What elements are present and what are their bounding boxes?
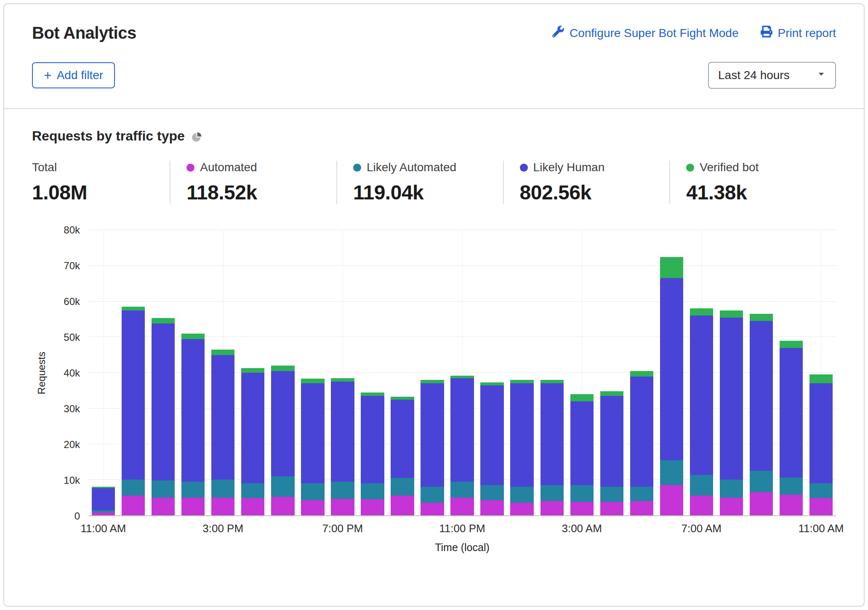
segment-likely-human (181, 339, 205, 482)
print-link-label: Print report (778, 27, 836, 40)
segment-likely-automated (720, 480, 743, 497)
segment-verified-bot (690, 308, 713, 316)
segment-likely-automated (660, 460, 683, 485)
stat-value: 1.08M (32, 181, 170, 204)
time-range-select[interactable]: Last 24 hours (708, 62, 836, 89)
y-axis-title: Requests (36, 352, 48, 394)
bar-5-4-00-pm[interactable] (238, 230, 268, 515)
y-tick-label: 70k (64, 260, 80, 272)
segment-likely-automated (211, 480, 234, 497)
bar-10-9-00-pm[interactable] (387, 230, 417, 515)
bar-13-12-00-am[interactable] (477, 230, 507, 515)
legend-dot-likely-human (520, 164, 528, 172)
configure-super-bot-fight-mode-link[interactable]: Configure Super Bot Fight Mode (552, 26, 739, 40)
segment-verified-bot (421, 380, 444, 383)
segment-likely-automated (421, 487, 444, 502)
plus-icon: + (44, 71, 52, 80)
segment-verified-bot (630, 371, 653, 377)
bar-12-11-00-pm[interactable] (447, 230, 477, 515)
segment-automated (480, 500, 503, 515)
bar-24-11-00-am[interactable] (806, 230, 836, 515)
bar-16-3-00-am[interactable] (567, 230, 597, 515)
segment-verified-bot (510, 380, 533, 383)
bar-23-10-00-am[interactable] (776, 230, 806, 515)
x-tick-label: 11:00 PM (439, 522, 485, 535)
segment-verified-bot (181, 334, 205, 339)
bar-22-9-00-am[interactable] (746, 230, 776, 515)
bar-6-5-00-pm[interactable] (268, 230, 298, 515)
segment-automated (660, 485, 683, 515)
segment-verified-bot (600, 391, 623, 396)
segment-automated (809, 498, 833, 515)
time-range-value: Last 24 hours (718, 69, 790, 82)
bar-15-2-00-am[interactable] (537, 230, 567, 515)
x-axis-title: Time (local) (88, 537, 836, 556)
y-tick-label: 10k (64, 475, 80, 486)
segment-likely-human (152, 324, 175, 480)
chevron-down-icon (815, 68, 828, 83)
segment-likely-automated (301, 483, 324, 500)
segment-automated (450, 498, 474, 515)
segment-automated (271, 497, 294, 515)
segment-likely-human (660, 278, 683, 460)
segment-automated (510, 503, 533, 516)
requests-chart: Requests 010k20k30k40k50k60k70k80k 11:00… (32, 230, 836, 556)
bar-0-11-00-am[interactable] (88, 230, 118, 515)
stat-likely-automated[interactable]: Likely Automated119.04k (336, 161, 503, 204)
y-tick-label: 20k (64, 439, 80, 451)
segment-likely-human (421, 383, 444, 487)
bar-20-7-00-am[interactable] (687, 230, 716, 515)
chart-section: Requests by traffic type Total1.08MAutom… (4, 108, 864, 567)
x-tick-label: 3:00 AM (562, 522, 602, 535)
add-filter-button[interactable]: + Add filter (32, 62, 115, 88)
segment-likely-automated (450, 482, 474, 498)
bot-analytics-card: Bot Analytics Configure Super Bot Fight … (3, 3, 865, 607)
stat-verified-bot[interactable]: Verified bot41.38k (669, 161, 836, 204)
y-axis-labels: 010k20k30k40k50k60k70k80k (51, 230, 88, 516)
segment-likely-automated (690, 475, 713, 496)
y-tick-label: 50k (64, 332, 80, 343)
bar-2-1-00-pm[interactable] (148, 230, 178, 515)
segment-automated (750, 492, 773, 515)
legend-dot-likely-automated (353, 164, 361, 172)
bar-1-12-00-pm[interactable] (118, 230, 148, 515)
segment-automated (181, 498, 205, 515)
segment-likely-human (750, 321, 773, 471)
segment-automated (241, 498, 264, 515)
bar-8-7-00-pm[interactable] (327, 230, 357, 515)
segment-likely-human (301, 383, 324, 483)
bar-11-10-00-pm[interactable] (418, 230, 447, 515)
segment-automated (391, 496, 414, 515)
stat-total[interactable]: Total1.08M (32, 161, 170, 204)
bar-21-8-00-am[interactable] (716, 230, 746, 515)
bar-17-4-00-am[interactable] (597, 230, 627, 515)
stat-value: 118.52k (186, 181, 336, 204)
page-title: Bot Analytics (32, 24, 136, 42)
segment-verified-bot (211, 350, 234, 355)
stat-likely-human[interactable]: Likely Human802.56k (503, 161, 670, 204)
print-report-link[interactable]: Print report (761, 26, 836, 40)
bar-19-6-00-am[interactable] (657, 230, 687, 515)
segment-likely-automated (271, 476, 294, 497)
bar-4-3-00-pm[interactable] (208, 230, 238, 515)
bar-9-8-00-pm[interactable] (357, 230, 387, 515)
stat-automated[interactable]: Automated118.52k (170, 161, 336, 204)
segment-verified-bot (122, 307, 145, 310)
segment-verified-bot (541, 380, 564, 383)
segment-likely-automated (750, 471, 773, 492)
pie-chart-icon (191, 130, 202, 143)
bar-18-5-00-am[interactable] (627, 230, 657, 515)
segment-likely-human (780, 348, 803, 477)
bar-14-1-00-am[interactable] (507, 230, 537, 515)
segment-verified-bot (391, 397, 414, 400)
bar-7-6-00-pm[interactable] (298, 230, 327, 515)
segment-automated (361, 499, 384, 515)
segment-likely-human (331, 382, 354, 481)
segment-automated (600, 502, 623, 515)
x-tick-label: 7:00 PM (322, 522, 363, 535)
segment-likely-human (271, 371, 294, 476)
bar-3-2-00-pm[interactable] (178, 230, 208, 515)
x-tick-label: 11:00 AM (81, 522, 126, 535)
segment-likely-automated (241, 483, 264, 499)
printer-icon (761, 26, 772, 40)
